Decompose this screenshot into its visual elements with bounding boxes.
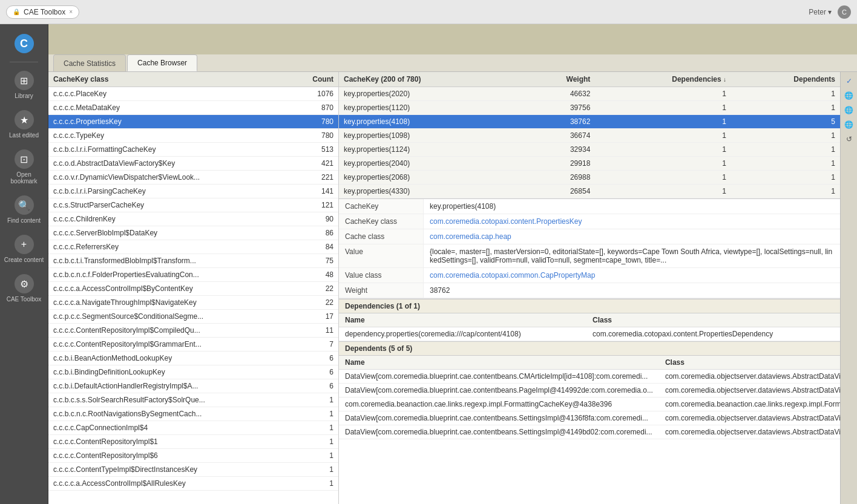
left-cell-class: c.c.c.c.PropertiesKey: [48, 115, 292, 129]
sidebar-item-create-content-label: Create content: [4, 257, 44, 263]
right-table-row[interactable]: key.properties(2068)2698811: [339, 171, 840, 185]
left-table-row[interactable]: c.c.c.c.PropertiesKey780: [48, 115, 338, 129]
dependent-cell-name: com.coremedia.beanaction.cae.links.regex…: [339, 398, 659, 411]
left-cell-class: c.c.b.i.BindingDefinitionLookupKey: [48, 365, 292, 379]
left-cell-count: 513: [292, 143, 338, 157]
left-cell-count: 90: [292, 212, 338, 226]
right-table-row[interactable]: key.properties(4108)3876215: [339, 115, 840, 129]
right-cell-dependents: 1: [731, 129, 840, 143]
sidebar-item-find-content[interactable]: 🔍 Find content: [0, 191, 48, 229]
rs-globe-icon-1[interactable]: 🌐: [842, 89, 856, 102]
top-tab-pill[interactable]: 🔒 CAE Toolbox ×: [6, 5, 79, 19]
left-table-row[interactable]: c.c.c.c.TypeKey780: [48, 129, 338, 143]
dep-col-name: Name: [339, 313, 586, 327]
left-table-row[interactable]: c.c.c.c.PlaceKey1076: [48, 87, 338, 101]
sidebar-item-open-bookmark[interactable]: ⊡ Open bookmark: [0, 145, 48, 189]
left-table-row[interactable]: c.c.c.c.ReferrersKey84: [48, 240, 338, 254]
right-cell-weight: 32934: [524, 143, 596, 157]
dependent-row[interactable]: DataView[com.coremedia.blueprint.cae.con…: [339, 411, 840, 425]
user-dropdown[interactable]: Peter ▾: [809, 8, 832, 16]
left-table-row[interactable]: c.c.b.c.l.r.i.FormattingCacheKey513: [48, 143, 338, 157]
right-table-row[interactable]: key.properties(1120)3975611: [339, 101, 840, 115]
left-cell-count: 121: [292, 198, 338, 212]
right-table-row[interactable]: key.properties(2040)2991811: [339, 157, 840, 171]
right-table-row[interactable]: key.properties(1124)3293411: [339, 143, 840, 157]
right-cell-key: key.properties(1098): [339, 129, 524, 143]
left-table-row[interactable]: c.c.c.c.ContentRepositoryImpl$GrammarEnt…: [48, 338, 338, 352]
left-cell-count: 75: [292, 254, 338, 268]
left-cell-count: 6: [292, 352, 338, 365]
right-table-row[interactable]: key.properties(2020)4663211: [339, 87, 840, 101]
dependent-row[interactable]: DataView[com.coremedia.blueprint.cae.con…: [339, 384, 840, 398]
left-cell-class: c.c.c.c.PlaceKey: [48, 87, 292, 101]
dep-row[interactable]: dependency.properties(coremedia:///cap/c…: [339, 327, 840, 341]
left-table-body: c.c.c.c.PlaceKey1076c.c.c.c.MetaDataKey8…: [48, 87, 338, 491]
left-table-row[interactable]: c.c.b.i.DefaultActionHandlerRegistryImpl…: [48, 379, 338, 393]
left-table-row[interactable]: c.c.c.c.ContentTypeImpl$DirectInstancesK…: [48, 463, 338, 477]
left-cell-class: c.c.c.c.ContentRepositoryImpl$GrammarEnt…: [48, 338, 292, 352]
left-table-row[interactable]: c.c.b.c.n.c.RootNavigationsBySegmentCach…: [48, 407, 338, 421]
dependent-cell-name: DataView[com.coremedia.blueprint.cae.con…: [339, 384, 659, 398]
tab-cache-browser[interactable]: Cache Browser: [127, 54, 197, 71]
rs-refresh-icon[interactable]: ↺: [842, 133, 856, 146]
right-table-row[interactable]: key.properties(1098)3667411: [339, 129, 840, 143]
left-cell-class: c.c.c.c.a.NavigateThroughImpl$NavigateKe…: [48, 296, 292, 310]
value-class-label: Value class: [339, 268, 424, 283]
right-cell-dependents: 1: [731, 157, 840, 171]
right-cell-deps: 1: [595, 143, 731, 157]
left-table-row[interactable]: c.c.b.c.s.s.SolrSearchResultFactory$Solr…: [48, 393, 338, 407]
sidebar-item-last-edited[interactable]: ★ Last edited: [0, 105, 48, 143]
right-cell-deps: 1: [595, 157, 731, 171]
right-cell-dependents: 1: [731, 101, 840, 115]
rs-globe-icon-2[interactable]: 🌐: [842, 103, 856, 117]
main-layout: C ⊞ Library ★ Last edited ⊡ Open bookmar…: [0, 24, 857, 504]
left-table-row[interactable]: c.c.o.d.AbstractDataViewFactory$Key421: [48, 157, 338, 171]
dependent-row[interactable]: DataView[com.coremedia.blueprint.cae.con…: [339, 370, 840, 384]
dependent-cell-class: com.coremedia.objectserver.dataviews.Abs…: [659, 425, 840, 439]
left-cell-count: 17: [292, 310, 338, 324]
sidebar-item-library[interactable]: ⊞ Library: [0, 66, 48, 104]
left-cell-count: 22: [292, 282, 338, 296]
left-table-row[interactable]: c.c.c.c.ServerBlobImpl$DataKey86: [48, 226, 338, 240]
cachekey-class-value: com.coremedia.cotopaxi.content.Propertie…: [424, 214, 840, 229]
left-cell-class: c.c.c.c.TypeKey: [48, 129, 292, 143]
library-icon: ⊞: [15, 71, 34, 90]
left-table-row[interactable]: c.c.c.c.CapConnectionImpl$41: [48, 421, 338, 435]
left-table-row[interactable]: c.c.c.c.a.AccessControlImpl$AllRulesKey1: [48, 477, 338, 491]
rs-check-icon[interactable]: ✓: [842, 74, 856, 88]
dependent-row[interactable]: com.coremedia.beanaction.cae.links.regex…: [339, 398, 840, 411]
left-table-row[interactable]: c.c.c.c.ContentRepositoryImpl$CompiledQu…: [48, 324, 338, 338]
left-cell-class: c.c.b.c.l.r.i.ParsingCacheKey: [48, 185, 292, 198]
left-table-row[interactable]: c.c.c.c.ChildrenKey90: [48, 212, 338, 226]
left-table-row[interactable]: c.c.b.c.n.c.f.FolderPropertiesEvaluating…: [48, 268, 338, 282]
dependent-row[interactable]: DataView[com.coremedia.blueprint.cae.con…: [339, 425, 840, 439]
right-cell-key: key.properties(4108): [339, 115, 524, 129]
right-table-row[interactable]: key.properties(4330)2685411: [339, 185, 840, 198]
left-table-row[interactable]: c.c.b.c.l.r.i.ParsingCacheKey141: [48, 185, 338, 198]
right-cell-weight: 39756: [524, 101, 596, 115]
left-cell-class: c.c.c.c.CapConnectionImpl$4: [48, 421, 292, 435]
left-table-row[interactable]: c.c.c.c.MetaDataKey870: [48, 101, 338, 115]
left-table-row[interactable]: c.c.b.c.t.i.TransformedBlobImpl$Transfor…: [48, 254, 338, 268]
sidebar-item-create-content[interactable]: + Create content: [0, 230, 48, 268]
left-table-row[interactable]: c.c.p.c.c.SegmentSource$ConditionalSegme…: [48, 310, 338, 324]
left-table-row[interactable]: c.c.b.i.BindingDefinitionLookupKey6: [48, 365, 338, 379]
avatar[interactable]: C: [838, 5, 851, 19]
sidebar-item-logo[interactable]: C: [0, 29, 48, 58]
left-cell-count: 1076: [292, 87, 338, 101]
left-cell-count: 1: [292, 463, 338, 477]
tab-cache-statistics[interactable]: Cache Statistics: [53, 54, 126, 71]
split-pane: CacheKey class Count c.c.c.c.PlaceKey107…: [48, 72, 857, 504]
left-table-row[interactable]: c.c.o.v.r.DynamicViewDispatcher$ViewLook…: [48, 171, 338, 185]
left-table-row[interactable]: c.c.c.c.a.NavigateThroughImpl$NavigateKe…: [48, 296, 338, 310]
left-table-row[interactable]: c.c.s.StructParserCacheKey121: [48, 198, 338, 212]
top-tab-close-icon[interactable]: ×: [69, 8, 73, 15]
left-table-row[interactable]: c.c.b.i.BeanActionMethodLookupKey6: [48, 352, 338, 365]
sidebar-item-cae-toolbox[interactable]: ⚙ CAE Toolbox: [0, 269, 48, 307]
left-table-row[interactable]: c.c.c.c.a.AccessControlImpl$ByContentKey…: [48, 282, 338, 296]
left-table-row[interactable]: c.c.c.c.ContentRepositoryImpl$61: [48, 449, 338, 463]
rs-globe-icon-3[interactable]: 🌐: [842, 118, 856, 131]
col-cachekey-class: CacheKey class: [48, 72, 292, 87]
top-right-area: Peter ▾ C: [809, 5, 851, 19]
left-table-row[interactable]: c.c.c.c.ContentRepositoryImpl$11: [48, 435, 338, 449]
